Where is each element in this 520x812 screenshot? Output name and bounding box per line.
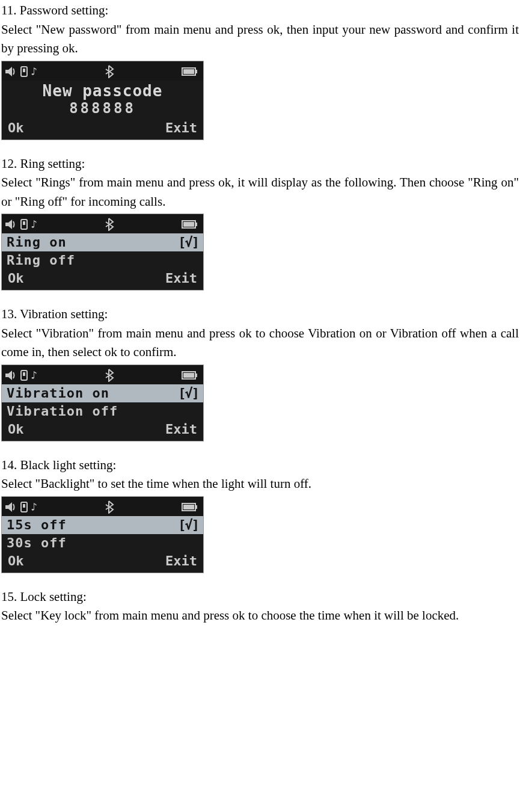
music-icon: ♪ (31, 219, 37, 230)
battery-icon (182, 371, 198, 380)
menu-item-vibration-off: Vibration off (2, 402, 203, 420)
heading-12: 12. Ring setting: (1, 155, 519, 174)
screenshot-backlight: ♪ 15s off [√] 30s off Ok Exit (1, 496, 204, 573)
battery-icon (182, 67, 198, 76)
svg-rect-17 (183, 373, 194, 378)
svg-rect-20 (23, 504, 25, 508)
svg-marker-12 (5, 371, 12, 380)
menu-item-30s: 30s off (2, 534, 203, 552)
svg-rect-22 (195, 505, 197, 509)
menu-label: Ring off (7, 254, 75, 267)
body-12: Select "Rings" from main menu and press … (1, 173, 519, 211)
heading-15: 15. Lock setting: (1, 588, 519, 607)
music-icon: ♪ (31, 66, 37, 77)
bluetooth-icon (104, 500, 115, 514)
svg-marker-18 (5, 502, 12, 512)
svg-marker-0 (5, 67, 12, 76)
svg-rect-5 (183, 69, 194, 74)
body-13: Select "Vibration" from main menu and pr… (1, 324, 519, 362)
menu-label: 30s off (7, 537, 67, 550)
phone-icon (20, 502, 29, 512)
softkey-exit: Exit (165, 121, 197, 135)
speaker-icon (5, 502, 19, 512)
statusbar: ♪ (2, 61, 203, 81)
svg-rect-14 (23, 372, 25, 376)
softkey-ok: Ok (8, 121, 24, 135)
heading-14: 14. Black light setting: (1, 456, 519, 475)
menu-item-ring-off: Ring off (2, 251, 203, 269)
screenshot-passcode: ♪ New passcode 888888 Ok Exit (1, 61, 204, 140)
statusbar: ♪ (2, 214, 203, 233)
menu-label: Vibration off (7, 405, 118, 418)
bluetooth-icon (104, 218, 115, 231)
heading-11: 11. Password setting: (1, 1, 519, 20)
svg-rect-4 (195, 70, 197, 73)
svg-rect-8 (23, 221, 25, 225)
softkey-exit: Exit (165, 555, 197, 568)
menu-item-ring-on: Ring on [√] (2, 233, 203, 251)
svg-marker-6 (5, 220, 12, 229)
phone-icon (20, 66, 29, 77)
menu-label: 15s off (7, 518, 67, 532)
softkey-exit: Exit (165, 423, 197, 436)
svg-rect-10 (195, 223, 197, 226)
softkey-ok: Ok (8, 272, 24, 285)
menu-item-15s: 15s off [√] (2, 516, 203, 534)
battery-icon (182, 502, 198, 512)
screenshot-rings: ♪ Ring on [√] Ring off Ok Exit (1, 214, 204, 291)
menu-label: Vibration on (7, 387, 109, 400)
menu-label: Ring on (7, 236, 67, 249)
svg-rect-2 (23, 69, 25, 72)
softkey-ok: Ok (8, 555, 24, 568)
speaker-icon (5, 219, 19, 230)
bluetooth-icon (104, 65, 115, 78)
music-icon: ♪ (31, 370, 37, 381)
body-15: Select "Key lock" from main menu and pre… (1, 606, 519, 626)
passcode-value: 888888 (2, 100, 203, 117)
body-11: Select "New password" from main menu and… (1, 20, 519, 58)
softkey-ok: Ok (8, 423, 24, 436)
statusbar: ♪ (2, 365, 203, 384)
speaker-icon (5, 66, 19, 77)
softkey-exit: Exit (165, 272, 197, 285)
check-mark-icon: [√] (178, 518, 198, 532)
screenshot-vibration: ♪ Vibration on [√] Vibration off Ok Exit (1, 364, 204, 441)
statusbar: ♪ (2, 497, 203, 516)
phone-icon (20, 370, 29, 381)
heading-13: 13. Vibration setting: (1, 305, 519, 324)
body-14: Select "Backlight" to set the time when … (1, 475, 519, 494)
menu-item-vibration-on: Vibration on [√] (2, 384, 203, 402)
svg-rect-16 (195, 374, 197, 377)
check-mark-icon: [√] (178, 236, 198, 249)
check-mark-icon: [√] (178, 387, 198, 400)
svg-rect-23 (183, 505, 194, 509)
screen-title: New passcode (2, 82, 203, 100)
svg-rect-11 (183, 222, 194, 227)
speaker-icon (5, 370, 19, 381)
music-icon: ♪ (31, 502, 37, 512)
phone-icon (20, 219, 29, 230)
bluetooth-icon (104, 369, 115, 382)
battery-icon (182, 220, 198, 229)
